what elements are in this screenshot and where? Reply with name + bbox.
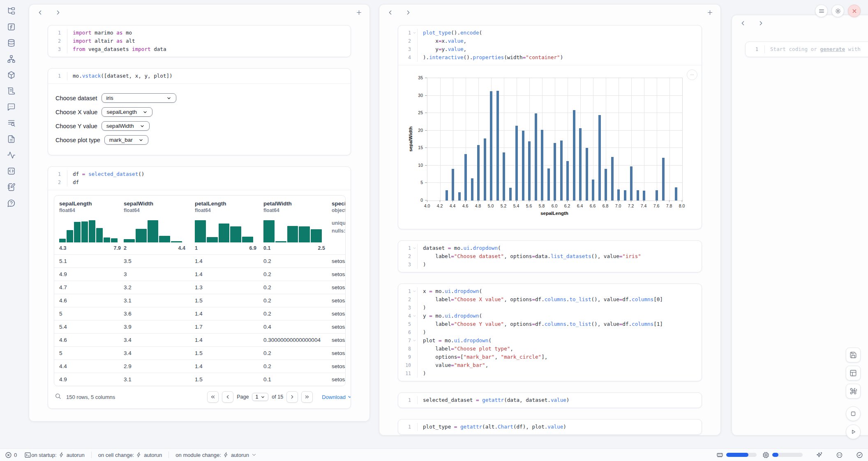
table-row[interactable]: 4.42.91.40.2setosa xyxy=(54,360,346,373)
code-editor[interactable]: 1plot_type = getattr(alt.Chart(df), plot… xyxy=(398,420,702,434)
code-editor[interactable]: 1import marimo as mo2import altair as al… xyxy=(48,25,351,57)
table-row[interactable]: 5.13.51.40.2setosa xyxy=(54,255,346,268)
settings-button[interactable] xyxy=(831,5,844,17)
sidebar-item-code[interactable] xyxy=(7,167,16,176)
sidebar-item-scratchpad[interactable] xyxy=(7,183,16,192)
on-cell-change-toggle[interactable]: on cell change:autorun xyxy=(98,452,162,458)
panel-expand-right-button[interactable] xyxy=(757,20,765,28)
shutdown-button[interactable] xyxy=(848,5,861,17)
sidebar-item-documentation[interactable] xyxy=(7,119,16,128)
line-number: 1 xyxy=(746,45,764,53)
sidebar-item-tracing[interactable] xyxy=(7,151,16,160)
table-row[interactable]: 4.931.40.2setosa xyxy=(54,268,346,281)
sidebar-item-logs[interactable] xyxy=(7,87,16,96)
interrupt-button[interactable] xyxy=(846,406,861,421)
column-header[interactable]: petalLengthfloat6416.9 xyxy=(190,196,259,255)
line-number: 10 xyxy=(398,361,417,369)
keyboard-shortcuts-button[interactable] xyxy=(846,384,861,399)
on-module-change-toggle[interactable]: on module change:autorun xyxy=(175,452,257,458)
check-circle-icon xyxy=(856,452,863,459)
table-row[interactable]: 53.41.50.2setosa xyxy=(54,347,346,360)
next-page-button[interactable] xyxy=(286,391,298,403)
panel-collapse-left-button[interactable] xyxy=(36,9,44,17)
settings-icon xyxy=(835,8,841,14)
histogram-range: 4.37.9 xyxy=(59,245,121,251)
choose-dataset-select[interactable]: iris xyxy=(102,93,176,103)
table-row[interactable]: 4.73.21.30.2setosa xyxy=(54,281,346,294)
sidebar-item-chat[interactable] xyxy=(7,103,16,112)
column-header[interactable]: sepalWidthfloat6424.4 xyxy=(119,196,190,255)
column-header[interactable]: speciesobjectunique:nulls: xyxy=(327,196,346,255)
panel-expand-right-button[interactable] xyxy=(404,9,412,17)
add-cell-button[interactable] xyxy=(355,9,363,17)
code-editor[interactable]: 1plot_type().encode(2 x=x.value,3 y=y.va… xyxy=(398,25,702,65)
bar xyxy=(490,91,492,201)
chart-actions-button[interactable] xyxy=(687,69,697,80)
code-line: 1df = selected_dataset() xyxy=(48,170,351,178)
zap-icon xyxy=(136,452,142,458)
menu-button[interactable] xyxy=(815,5,828,17)
code-editor[interactable]: 1mo.vstack([dataset, x, y, plot]) xyxy=(48,69,351,83)
fold-toggle[interactable] xyxy=(413,339,416,343)
page-select[interactable]: 1 xyxy=(252,393,268,401)
table-row[interactable]: 4.63.11.50.2setosa xyxy=(54,294,346,307)
table-cell: 3.4 xyxy=(119,334,190,347)
altair-bar-chart[interactable]: sepalWidth4.04.24.44.64.85.05.25.45.65.8… xyxy=(406,72,693,223)
bar xyxy=(643,191,645,201)
download-button[interactable]: Download xyxy=(322,394,351,400)
add-cell-button[interactable] xyxy=(706,9,714,17)
code-editor[interactable]: 1selected_dataset = getattr(data, datase… xyxy=(398,393,702,408)
code-editor[interactable]: 1x = mo.ui.dropdown(2 label="Choose X va… xyxy=(398,284,702,381)
terminal-button[interactable] xyxy=(24,452,31,459)
line-number: 3 xyxy=(398,304,417,312)
layout-button[interactable] xyxy=(846,366,861,380)
choose-y-value-select[interactable]: sepalWidth xyxy=(102,121,150,131)
line-number: 3 xyxy=(48,45,67,53)
choose-plot-type-select[interactable]: mark_bar xyxy=(104,135,148,145)
code-editor[interactable]: 1df = selected_dataset()2df xyxy=(48,167,351,190)
sidebar-item-functions[interactable] xyxy=(7,23,16,32)
table-row[interactable]: 4.63.41.40.30000000000000004setosa xyxy=(54,334,346,347)
choose-x-value-select[interactable]: sepalLength xyxy=(102,107,152,117)
copilot-button[interactable] xyxy=(836,452,843,459)
column-header[interactable]: sepalLengthfloat644.37.9 xyxy=(54,196,119,255)
bar xyxy=(484,138,486,201)
fold-toggle[interactable] xyxy=(413,31,416,35)
run-button[interactable] xyxy=(846,424,861,439)
generate-link[interactable]: generate xyxy=(820,46,845,52)
error-count-badge[interactable]: 0 xyxy=(5,452,17,459)
ai-assistant-button[interactable] xyxy=(816,452,823,459)
fold-toggle[interactable] xyxy=(413,247,416,250)
sidebar-item-package[interactable] xyxy=(7,71,16,80)
connection-status-button[interactable] xyxy=(856,452,863,459)
sidebar-item-dependency-graph[interactable] xyxy=(7,55,16,64)
cpu-icon xyxy=(762,452,769,459)
panel-collapse-left-button[interactable] xyxy=(739,20,747,28)
floating-actions xyxy=(846,348,861,439)
previous-page-button[interactable] xyxy=(222,391,233,403)
dropdown-label: Choose Y value xyxy=(55,123,97,129)
sidebar-item-database[interactable] xyxy=(7,39,16,48)
table-row[interactable]: 5.43.91.70.4setosa xyxy=(54,320,346,334)
column-header[interactable]: petalWidthfloat640.12.5 xyxy=(259,196,327,255)
panel-collapse-left-button[interactable] xyxy=(386,9,394,17)
chevron-left-icon xyxy=(387,9,394,16)
table-row[interactable]: 4.93.11.50.1setosa xyxy=(54,373,346,386)
fold-toggle[interactable] xyxy=(413,290,416,293)
sparkles-icon xyxy=(816,452,823,459)
on-startup-toggle[interactable]: on startup:autorun xyxy=(31,452,85,458)
chevrons-left-icon xyxy=(210,394,216,400)
code-editor[interactable]: 1dataset = mo.ui.dropdown(2 label="Choos… xyxy=(398,241,702,272)
fold-toggle[interactable] xyxy=(413,314,416,318)
sidebar-item-file-tree[interactable] xyxy=(7,7,16,16)
sidebar-item-help[interactable] xyxy=(7,199,16,208)
save-button[interactable] xyxy=(846,348,861,362)
panel-expand-right-button[interactable] xyxy=(54,9,62,17)
table-row[interactable]: 53.61.40.2setosa xyxy=(54,307,346,320)
sidebar-item-snippets[interactable] xyxy=(7,135,16,144)
code-line: 7plot = mo.ui.dropdown( xyxy=(398,337,702,345)
code-editor-placeholder[interactable]: Start coding or generate with xyxy=(764,45,868,53)
last-page-button[interactable] xyxy=(301,391,313,403)
first-page-button[interactable] xyxy=(207,391,219,403)
table-cell: setosa xyxy=(327,347,346,360)
